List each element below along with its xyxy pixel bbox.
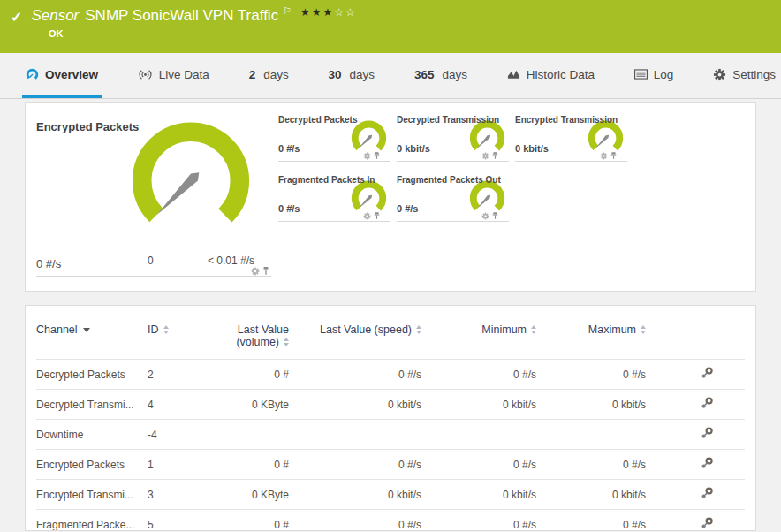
last-value-volume: 0 KByte xyxy=(213,480,292,510)
maximum-value xyxy=(540,420,649,450)
tab-live-data[interactable]: Live Data xyxy=(134,53,213,98)
main-gauge-tile[interactable]: Encrypted Packets 0 #/s 0 < 0.01 #/s xyxy=(36,113,271,277)
gauge-title: Fragmented Packets In xyxy=(278,173,390,186)
last-value-volume: 0 KByte xyxy=(213,390,292,420)
channel-name[interactable]: Encrypted Packets xyxy=(36,450,148,480)
last-value-volume: 0 # xyxy=(213,360,292,390)
gauge-dial xyxy=(467,120,507,154)
minimum-value xyxy=(425,420,540,450)
channel-id: -4 xyxy=(148,420,213,450)
gauge-current-value: 0 #/s xyxy=(278,203,300,214)
flag-icon[interactable]: ⚐ xyxy=(283,5,292,17)
sort-icon xyxy=(416,325,421,334)
column-header-channel[interactable]: Channel xyxy=(36,315,148,360)
column-header-last-value-speed[interactable]: Last Value (speed) xyxy=(292,315,425,360)
tab-label: days xyxy=(442,68,467,81)
sort-icon xyxy=(284,338,289,346)
channel-name[interactable]: Encrypted Transmi... xyxy=(36,480,148,510)
channel-gauge-tile[interactable]: Decrypted Transmission 0 kbit/s xyxy=(397,113,509,162)
tab-365-days[interactable]: 365 days xyxy=(411,53,471,98)
channel-name[interactable]: Downtime xyxy=(36,420,148,450)
maximum-value: 0 #/s xyxy=(540,360,649,390)
last-value-volume: 0 # xyxy=(213,510,292,532)
gauge-dial xyxy=(349,180,389,214)
maximum-value: 0 #/s xyxy=(540,450,649,480)
channel-settings-wrench-icon[interactable] xyxy=(701,427,713,439)
gauge-dial xyxy=(586,120,626,154)
tab-2-days[interactable]: 2 days xyxy=(246,53,292,98)
column-label: Last Value (volume) xyxy=(236,323,289,348)
last-value-volume xyxy=(213,420,292,450)
sort-icon xyxy=(641,325,646,334)
channel-name[interactable]: Decrypted Transmi... xyxy=(36,390,148,420)
area-chart-icon xyxy=(507,69,520,80)
channel-row: Downtime -4 xyxy=(36,420,745,450)
minimum-value: 0 #/s xyxy=(425,450,540,480)
gauge-dial xyxy=(467,180,507,214)
status-badge: OK xyxy=(49,28,770,39)
pin-icon[interactable] xyxy=(262,266,269,276)
gauge-scale-min: 0 xyxy=(148,255,154,267)
small-gauges-grid: Decrypted Packets 0 #/s xyxy=(278,113,745,291)
column-header-minimum[interactable]: Minimum xyxy=(425,315,540,360)
gauge-title: Encrypted Transmission xyxy=(515,113,627,125)
tab-overview[interactable]: Overview xyxy=(22,53,102,98)
channel-row: Decrypted Transmi... 4 0 KByte 0 kbit/s … xyxy=(36,390,745,420)
tab-30-days[interactable]: 30 days xyxy=(325,53,379,98)
log-list-icon xyxy=(634,69,648,80)
channel-gauge-tile[interactable]: Decrypted Packets 0 #/s xyxy=(278,113,390,162)
channel-settings-wrench-icon[interactable] xyxy=(701,457,713,469)
channel-id: 5 xyxy=(148,510,213,532)
channels-table: Channel ID Last Value (volume) Last Valu… xyxy=(36,315,745,531)
gauge-current-value: 0 #/s xyxy=(397,203,418,214)
minimum-value: 0 #/s xyxy=(425,510,540,532)
gauge-current-value: 0 kbit/s xyxy=(397,143,430,154)
column-label: Channel xyxy=(36,323,78,336)
tab-label: Settings xyxy=(732,68,776,81)
maximum-value: 0 kbit/s xyxy=(540,390,649,420)
channel-row: Fragmented Packe... 5 0 # 0 #/s 0 #/s 0 … xyxy=(36,510,745,532)
channel-name[interactable]: Decrypted Packets xyxy=(36,360,148,390)
channel-gauge-tile[interactable]: Fragmented Packets Out 0 #/s xyxy=(397,173,509,222)
sensor-title: SNMP SonicWall VPN Traffic xyxy=(85,7,278,25)
channel-settings-wrench-icon[interactable] xyxy=(701,367,713,379)
gauge-dial xyxy=(349,120,389,154)
column-header-id[interactable]: ID xyxy=(148,315,213,360)
gauge-current-value: 0 kbit/s xyxy=(515,143,549,154)
column-label: Last Value (speed) xyxy=(320,323,412,336)
tab-settings[interactable]: Settings xyxy=(709,53,779,98)
gauge-current-value: 0 #/s xyxy=(278,143,300,154)
priority-stars[interactable]: ★★★☆☆ xyxy=(300,6,357,19)
tab-log[interactable]: Log xyxy=(631,53,678,98)
last-value-volume: 0 # xyxy=(213,450,292,480)
channel-id: 1 xyxy=(148,450,213,480)
channels-table-panel: Channel ID Last Value (volume) Last Valu… xyxy=(25,305,756,531)
tab-label: days xyxy=(350,68,375,81)
channel-name[interactable]: Fragmented Packe... xyxy=(36,510,148,532)
channel-row: Encrypted Transmi... 3 0 KByte 0 kbit/s … xyxy=(36,480,745,510)
tab-historic-data[interactable]: Historic Data xyxy=(504,53,598,98)
column-label: Maximum xyxy=(588,323,636,336)
sensor-tabbar: Overview Live Data 2 days 30 days 365 da… xyxy=(0,53,781,99)
gauge-title: Decrypted Transmission xyxy=(397,113,509,125)
channel-settings-wrench-icon[interactable] xyxy=(701,487,713,499)
stars-empty: ☆☆ xyxy=(334,6,357,19)
tab-label: Overview xyxy=(45,68,98,81)
gauge-scale-max: < 0.01 #/s xyxy=(208,255,254,267)
channel-row: Encrypted Packets 1 0 # 0 #/s 0 #/s 0 #/… xyxy=(36,450,745,480)
sort-desc-icon xyxy=(83,328,90,332)
minimum-value: 0 #/s xyxy=(425,360,540,390)
channel-settings-wrench-icon[interactable] xyxy=(701,397,713,409)
minimum-value: 0 kbit/s xyxy=(425,480,540,510)
tab-label: days xyxy=(263,68,289,81)
maximum-value: 0 kbit/s xyxy=(540,480,649,510)
channel-gauge-tile[interactable]: Encrypted Transmission 0 kbit/s xyxy=(515,113,627,162)
column-header-maximum[interactable]: Maximum xyxy=(540,315,649,360)
gauge-settings-gear-icon[interactable] xyxy=(251,267,260,276)
channel-gauge-tile[interactable]: Fragmented Packets In 0 #/s xyxy=(278,173,390,222)
maximum-value: 0 #/s xyxy=(540,510,649,532)
tab-number: 365 xyxy=(414,68,435,81)
gauges-panel: Encrypted Packets 0 #/s 0 < 0.01 #/s xyxy=(25,102,756,292)
column-header-last-value-volume[interactable]: Last Value (volume) xyxy=(213,315,292,360)
channel-settings-wrench-icon[interactable] xyxy=(701,517,713,529)
